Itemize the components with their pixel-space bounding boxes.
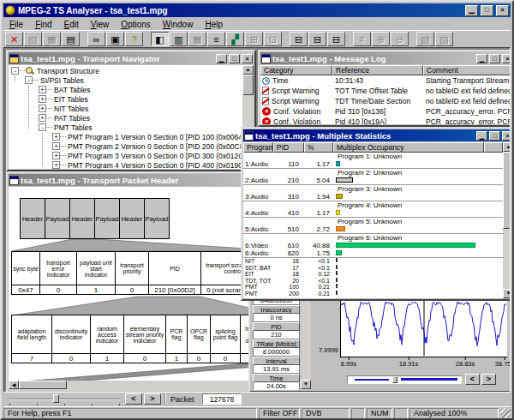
- packet-box[interactable]: Payload: [144, 198, 170, 239]
- view-grid-button[interactable]: ▦: [188, 32, 206, 46]
- slider-thumb[interactable]: [392, 376, 397, 383]
- multiplex-scrollbar[interactable]: ▲ ▼: [503, 142, 511, 298]
- column-header[interactable]: Reference: [332, 65, 423, 75]
- navigator-maximize-button[interactable]: □: [229, 54, 240, 63]
- multiplex-titlebar[interactable]: tsa_test1.mpg - Multiplex Statistics ▁ □…: [243, 129, 511, 141]
- tree-expander-icon[interactable]: -: [11, 67, 19, 75]
- tree-expander-icon[interactable]: +: [52, 152, 60, 159]
- packet-number-field[interactable]: 127678: [202, 393, 242, 405]
- multiplex-entry[interactable]: Program 4: Unknown 4:Audio 410 1.17: [243, 201, 503, 218]
- multiplex-entry[interactable]: Program 2: Unknown 2:Audio 210 5.04: [243, 169, 503, 185]
- zoom-out-button[interactable]: ⊖: [391, 32, 409, 46]
- packet-box[interactable]: Header: [119, 198, 145, 239]
- multiplex-entry[interactable]: Program 3: Unknown 3:Audio 310 1.94: [243, 185, 503, 201]
- tree-item[interactable]: + PAT Tables: [9, 113, 242, 123]
- tph-scrollbar[interactable]: ◀: [9, 381, 286, 391]
- menu-item[interactable]: Help: [199, 19, 229, 30]
- menu-item[interactable]: File: [3, 19, 29, 30]
- tree-item[interactable]: + PMT Program 3 Version 0 Section 0 [PID…: [9, 151, 242, 160]
- message-log-maximize-button[interactable]: □: [489, 54, 500, 63]
- resize-grip-icon[interactable]: [500, 408, 511, 419]
- save-button[interactable]: ▦: [43, 32, 61, 46]
- multiplex-entry[interactable]: PMT 200 0.21: [243, 291, 503, 297]
- pcr-prev-button[interactable]: <: [465, 374, 480, 385]
- packet-box[interactable]: Payload: [45, 198, 70, 239]
- scroll-thumb[interactable]: [503, 152, 511, 229]
- menu-item[interactable]: Options: [115, 19, 156, 30]
- tree-item[interactable]: - PMT Tables: [9, 123, 242, 132]
- pcr-scrollbar[interactable]: ▼: [301, 297, 311, 390]
- scroll-thumb[interactable]: [19, 381, 67, 389]
- find-button[interactable]: ∞: [87, 32, 105, 46]
- packet-slider[interactable]: [9, 399, 120, 400]
- menu-item[interactable]: Edit: [58, 19, 85, 30]
- tree-item[interactable]: + EIT Tables: [9, 94, 242, 104]
- column-header[interactable]: Category: [260, 65, 332, 75]
- column-header[interactable]: PID: [273, 142, 304, 153]
- view-extra2-button[interactable]: ⊡: [264, 32, 282, 46]
- report2-button[interactable]: ▨: [435, 32, 453, 46]
- delete-button[interactable]: ✕: [5, 32, 23, 46]
- packet-box[interactable]: Header: [20, 198, 45, 239]
- view-multiplex-button[interactable]: ▞: [226, 32, 244, 46]
- column-header[interactable]: [484, 142, 503, 153]
- log-row[interactable]: Conf. Violation Pid 410 [0x19A] PCR_accu…: [260, 117, 511, 124]
- print-button[interactable]: ▤: [62, 32, 80, 46]
- navigator-titlebar[interactable]: tsa_test1.mpg - Transport Navigator ▁ □ …: [9, 52, 254, 64]
- packet-box[interactable]: Header: [69, 198, 95, 239]
- minimize-button[interactable]: ▁: [465, 5, 478, 16]
- packet-box[interactable]: Payload: [94, 198, 120, 239]
- close-button[interactable]: ×: [496, 5, 509, 16]
- help-button[interactable]: ?: [125, 32, 143, 46]
- tree-item[interactable]: + PMT Program 2 Version 0 Section 0 [PID…: [9, 141, 242, 151]
- pcr-next-button[interactable]: >: [481, 374, 496, 385]
- scroll-up-icon[interactable]: ▲: [503, 142, 511, 152]
- tree-expander-icon[interactable]: +: [52, 142, 60, 150]
- multiplex-entry[interactable]: Program 1: Unknown 1:Audio 110 1.17: [243, 153, 503, 169]
- log-row[interactable]: Script Warning TDT Time/Date Section no …: [260, 96, 511, 106]
- view-packet-button[interactable]: ▥: [170, 32, 188, 46]
- tree-item[interactable]: + NIT Tables: [9, 104, 242, 113]
- log-row[interactable]: Conf. Violation Pid 310 [0x136] PCR_accu…: [260, 106, 511, 117]
- menu-item[interactable]: Find: [29, 19, 57, 30]
- multiplex-maximize-button[interactable]: □: [489, 131, 500, 141]
- tree-expander-icon[interactable]: +: [52, 161, 60, 169]
- scroll-up-icon[interactable]: ▲: [242, 65, 254, 75]
- pcr-time-slider[interactable]: [347, 375, 462, 384]
- tree-expander-icon[interactable]: +: [39, 86, 46, 93]
- tree-expander-icon[interactable]: -: [25, 76, 33, 84]
- view-navigator-button[interactable]: ◧: [151, 32, 169, 46]
- packet-prev-button[interactable]: <: [125, 393, 142, 405]
- packet-next-button[interactable]: >: [144, 393, 161, 405]
- scroll-down-icon[interactable]: ▼: [301, 380, 311, 389]
- split-middle-button[interactable]: ⊟: [308, 32, 326, 46]
- message-log-titlebar[interactable]: tsa_test1.mpg - Message Log ▁ □ ×: [260, 52, 511, 64]
- multiplex-close-button[interactable]: ×: [502, 131, 511, 141]
- tree-item[interactable]: - Transport Structure: [9, 66, 242, 75]
- multiplex-entry[interactable]: Program 5: Unknown 5:Audio 510 2.72: [243, 218, 503, 234]
- menu-item[interactable]: View: [85, 19, 116, 30]
- split-top-button[interactable]: ⊟: [290, 32, 308, 46]
- view-extra1-button[interactable]: ⊞: [245, 32, 263, 46]
- message-log-minimize-button[interactable]: ▁: [476, 54, 487, 63]
- tree-item[interactable]: - SI/PSI Tables: [9, 75, 242, 85]
- tree-expander-icon[interactable]: +: [39, 114, 46, 122]
- scroll-thumb[interactable]: [242, 75, 254, 95]
- message-log-close-button[interactable]: ×: [502, 54, 511, 63]
- tree-expander-icon[interactable]: +: [52, 133, 60, 141]
- tree-item[interactable]: + PMT Program 4 Version 0 Section 0 [PID…: [9, 160, 242, 169]
- column-header[interactable]: Comment: [423, 65, 511, 75]
- grid-button[interactable]: #: [353, 32, 371, 46]
- tree-expander-icon[interactable]: +: [39, 105, 46, 112]
- tree-expander-icon[interactable]: -: [39, 123, 46, 131]
- navigator-close-button[interactable]: ×: [242, 54, 253, 63]
- copy-button[interactable]: ▣: [106, 32, 124, 46]
- zoom-in-button[interactable]: ⊕: [372, 32, 390, 46]
- scroll-down-icon[interactable]: ▼: [503, 289, 511, 298]
- navigator-minimize-button[interactable]: ▁: [216, 54, 227, 63]
- log-row[interactable]: Time 10:31:43 Starting Transport Stream …: [260, 75, 511, 86]
- tree-item[interactable]: + BAT Tables: [9, 85, 242, 94]
- packet-slider-thumb[interactable]: [53, 394, 59, 403]
- maximize-button[interactable]: □: [481, 5, 493, 16]
- column-header[interactable]: Multiplex Occupancy: [333, 142, 484, 153]
